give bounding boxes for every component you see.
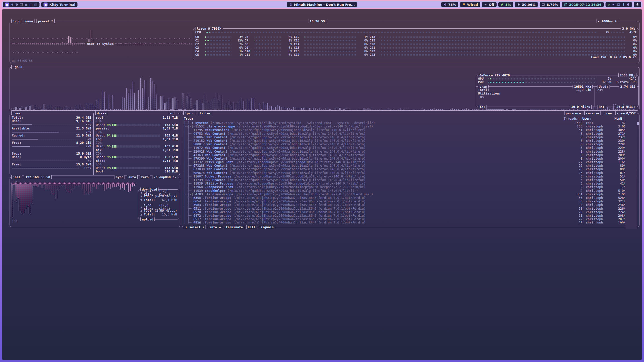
process-row[interactable]: │ ├─ 6472 .ferdium-wrappe (/nix/store/a1…: [184, 214, 637, 217]
menu-button[interactable]: menu: [24, 19, 34, 23]
graph-column: [388, 108, 389, 110]
select-control[interactable]: ↑ select ↓: [184, 225, 206, 229]
process-row[interactable]: │ ├─ 673288 Web Content (/nix/store/fqad…: [184, 164, 637, 167]
kill-button[interactable]: Kill: [246, 225, 257, 229]
process-row[interactable]: │ ├─ 479390 Web Content (/nix/store/fqad…: [184, 157, 637, 160]
process-row[interactable]: │ ├─ 11839 Utility Process (/nix/store/f…: [184, 182, 637, 185]
graph-column: [231, 106, 232, 110]
graph-column: [151, 44, 152, 45]
module-disk-usage[interactable]: 8.79%: [540, 2, 560, 7]
nix-workspace[interactable]: ❄: [11, 3, 14, 7]
graph-column: [38, 44, 39, 45]
process-row[interactable]: │ ├─ 41363 Web Content (/nix/store/fqadd…: [184, 153, 637, 157]
module-volume[interactable]: 75%: [441, 2, 458, 7]
disk-used-row: Used:9%163 GiB: [96, 145, 178, 148]
module-network[interactable]: Wired: [460, 2, 480, 7]
meter-block: [115, 156, 116, 158]
notification-bell-pill[interactable]: [634, 2, 641, 7]
module-clock[interactable]: 2025-07-22 16:36: [562, 2, 604, 7]
process-row[interactable]: [-]─1 systemd (/run/current-system/syste…: [184, 121, 637, 125]
process-row[interactable]: │ ├─ 218067 Web Content (/nix/store/fqad…: [184, 135, 637, 139]
memory-box-label[interactable]: ²mem: [11, 111, 22, 115]
window-title-pill[interactable]: Kitty Terminal: [41, 2, 77, 7]
terminate-button[interactable]: terminate: [224, 225, 244, 229]
disks-label[interactable]: disks: [95, 111, 108, 115]
proc-control-tree[interactable]: tree: [603, 111, 613, 115]
signals-button[interactable]: signals: [259, 225, 275, 229]
tray-audio[interactable]: [612, 3, 615, 6]
process-row[interactable]: │ ├─ 6350 .ferdium-wrappe (/nix/store/a1…: [184, 196, 637, 200]
process-row[interactable]: │ ├─ 11972 Web Content (/nix/store/fqadd…: [184, 146, 637, 150]
core-percent: 0%: [282, 42, 292, 46]
meter-block: [124, 167, 126, 169]
module-cpu-usage[interactable]: 5%: [498, 2, 513, 7]
process-threads: 30: [566, 207, 582, 210]
net-control-sync[interactable]: sync: [114, 175, 125, 179]
process-row[interactable]: │ ├─ 689674 Web Content (/nix/store/fqad…: [184, 171, 637, 175]
process-row[interactable]: │ ├─ 6654 .ferdium-wrappe (/nix/store/a1…: [184, 200, 637, 203]
process-row[interactable]: │ ├─ 11968 .keepassxc-prox (/nix/store/b…: [184, 185, 637, 189]
process-row[interactable]: │ ├─ 6520 .ferdium-wrappe (/nix/store/a1…: [184, 210, 637, 214]
process-row[interactable]: │ ├─ 220028 Web Content (/nix/store/fqad…: [184, 150, 637, 153]
process-box-label[interactable]: ⁴proc: [183, 111, 196, 115]
gpu-box-label[interactable]: ⁵gpu0: [11, 65, 24, 69]
system-tray[interactable]: ✔: [606, 2, 632, 7]
process-scrollbar-thumb[interactable]: [637, 122, 639, 125]
process-row[interactable]: │ ├─ 6536 .ferdium-wrappe (/nix/store/a1…: [184, 221, 637, 223]
net-control-auto[interactable]: auto: [127, 175, 137, 179]
module-memory-usage[interactable]: 30.06%: [515, 2, 538, 7]
process-row[interactable]: │ ├─ 11795 WebExtensions (/nix/store/fqa…: [184, 128, 637, 132]
process-row[interactable]: ├─[-]─4783 .ferdium-wrappe (/nix/store/a…: [184, 193, 637, 196]
process-row[interactable]: │ ├─ 219152 Web Content (/nix/store/fqad…: [184, 139, 637, 143]
net-control-zero[interactable]: zero: [140, 175, 150, 179]
column-memory[interactable]: MemB: [604, 117, 622, 120]
preset-button[interactable]: preset *: [36, 19, 55, 23]
process-memory: 208M: [608, 214, 626, 217]
workspace-4[interactable]: ❒: [20, 3, 23, 7]
workspace-6[interactable]: ◫: [29, 3, 32, 7]
net-control-interface[interactable]: ‹b enp8s0 n›: [152, 175, 178, 179]
process-row[interactable]: ├─[-]─11532 .firefox-wrappe (/nix/store/…: [184, 125, 637, 128]
process-row[interactable]: │ ├─ 11539 crashhelper (/nix/store/fqadd…: [184, 189, 637, 193]
meter-block: [159, 124, 160, 126]
process-row[interactable]: │ ├─ 94753 Web Content (/nix/store/fqadd…: [184, 132, 637, 135]
disk-used-label: Used:: [96, 123, 105, 127]
tray-check[interactable]: ✔: [608, 3, 611, 7]
workspace-7[interactable]: ▤: [34, 3, 37, 7]
graph-column: [54, 109, 55, 110]
kitty-logo[interactable]: [5, 3, 9, 7]
network-traffic-graph: [11, 184, 137, 225]
process-row[interactable]: │ ├─ 673038 Web Content (/nix/store/fqad…: [184, 167, 637, 171]
refresh-workspace[interactable]: ↻: [15, 3, 18, 7]
process-row[interactable]: │ ├─ 11732 Privileged Cont (/nix/store/f…: [184, 160, 637, 164]
module-idle-inhibitor[interactable]: ✂Off: [482, 2, 497, 7]
cpu-total-meter: [206, 32, 597, 33]
proc-control-per-core[interactable]: per-core: [564, 111, 582, 115]
column-threads[interactable]: Threads:: [563, 117, 579, 120]
filter-button[interactable]: filter: [198, 111, 212, 115]
process-row[interactable]: │ ├─ 11607 Socket Process (/nix/store/fq…: [184, 175, 637, 178]
update-interval-control[interactable]: - 1000ms +: [596, 19, 618, 23]
graph-column: [323, 109, 325, 110]
process-row[interactable]: │ ├─ 6517 .ferdium-wrappe (/nix/store/a1…: [184, 217, 637, 221]
process-command: │ ├─ 11968 .keepassxc-prox (/nix/store/b…: [184, 185, 566, 189]
workspace-5[interactable]: ▣: [24, 3, 27, 7]
disks-io-toggle[interactable]: io: [168, 111, 175, 115]
process-row[interactable]: │ ├─ 5983 .ferdium-wrappe (/nix/store/a1…: [184, 203, 637, 207]
meter-block: [120, 156, 121, 158]
network-box-label[interactable]: ³net: [11, 175, 22, 179]
column-user[interactable]: User:: [579, 117, 604, 120]
info-button[interactable]: info ↵: [208, 225, 222, 229]
tray-settings[interactable]: [627, 3, 630, 6]
graph-column: [430, 109, 431, 110]
tray-bluetooth[interactable]: [622, 3, 625, 6]
cpu-box-label[interactable]: ¹cpu: [11, 19, 22, 23]
column-tree[interactable]: Tree:: [184, 117, 563, 120]
workspaces-pill[interactable]: ❄↻❒▣◫▤: [3, 2, 39, 7]
media-pill[interactable]: ♫ Minuit Machine - Don't Run Fro...: [287, 2, 357, 7]
proc-control-reverse[interactable]: reverse: [584, 111, 601, 115]
process-row[interactable]: │ ├─ 11739 RDD Process (/nix/store/fqadd…: [184, 178, 637, 182]
process-row[interactable]: │ ├─ 580017 Web Content (/nix/store/fqad…: [184, 143, 637, 146]
process-row[interactable]: │ ├─ 6511 .ferdium-wrappe (/nix/store/a1…: [184, 207, 637, 210]
tray-storage[interactable]: [617, 3, 620, 6]
